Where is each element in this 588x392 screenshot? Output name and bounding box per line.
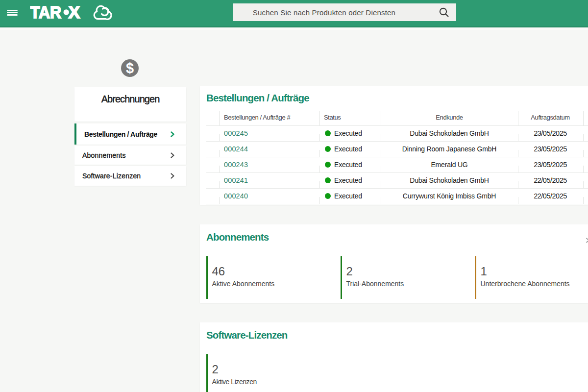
svg-text:TAR: TAR [30,5,61,20]
svg-text:X: X [68,5,80,20]
